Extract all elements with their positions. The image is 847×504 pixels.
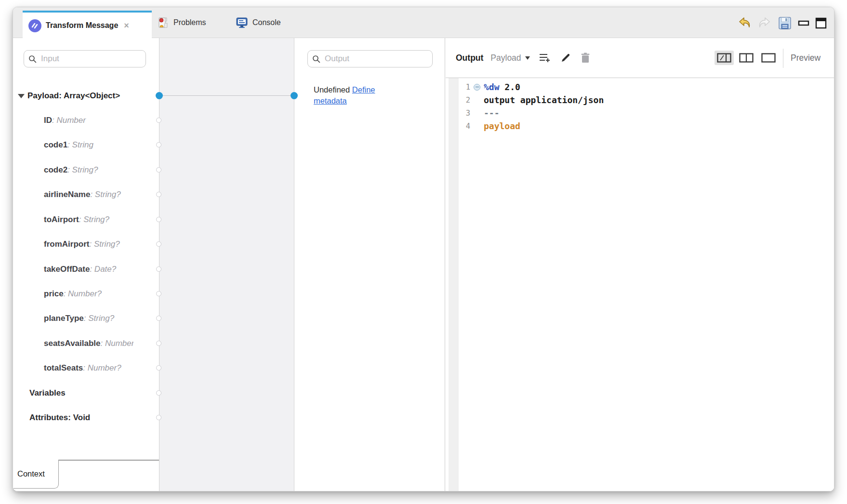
tree-item-ID[interactable]: ID : Number	[44, 115, 86, 126]
tree-item-variables[interactable]: Variables	[29, 387, 66, 399]
field-port[interactable]	[156, 415, 161, 420]
tree-item-attributes[interactable]: Attributes : Void	[29, 412, 90, 424]
input-search-box[interactable]	[24, 50, 146, 67]
problems-icon	[158, 17, 169, 28]
tab-problems[interactable]: Problems	[158, 7, 206, 38]
tree-item-name: Payload	[27, 91, 59, 101]
output-search-input[interactable]	[324, 53, 428, 64]
context-tab[interactable]: Context	[13, 460, 59, 489]
tree-item-fromAirport[interactable]: fromAirport : String?	[44, 239, 120, 250]
code-line-4[interactable]: 4payload	[446, 119, 834, 133]
field-port[interactable]	[156, 316, 161, 321]
tab-transform-label: Transform Message	[46, 21, 118, 30]
tree-item-toAirport[interactable]: toAirport : String?	[44, 214, 109, 225]
output-search-box[interactable]	[307, 50, 433, 67]
editor-tab-strip: Transform Message × Problems Cons	[13, 7, 834, 38]
maximize-icon[interactable]	[815, 15, 827, 31]
console-icon	[236, 17, 248, 28]
field-port[interactable]	[156, 341, 161, 346]
field-port[interactable]	[156, 241, 161, 247]
tree-item-seatsAvailable[interactable]: seatsAvailable : Number?	[44, 338, 133, 349]
search-icon	[28, 55, 37, 63]
input-search-input[interactable]	[40, 53, 142, 64]
field-port[interactable]	[156, 291, 161, 296]
tree-item-totalSeats[interactable]: totalSeats : Number?	[44, 362, 121, 374]
field-port[interactable]	[156, 192, 161, 197]
code-line-1[interactable]: 1%dw 2.0	[446, 80, 834, 93]
field-port[interactable]	[156, 217, 161, 222]
tree-item-price[interactable]: price : Number?	[44, 288, 102, 300]
output-tree-panel: Undefined Define metadata	[294, 38, 445, 491]
layout-columns-view-button[interactable]	[737, 51, 756, 65]
tree-item-airlineName[interactable]: airlineName : String?	[44, 189, 121, 200]
edit-pencil-icon[interactable]	[560, 52, 571, 64]
dataweave-script-editor[interactable]: 1%dw 2.02output application/json3---4pay…	[446, 78, 834, 491]
layout-split-view-button[interactable]	[715, 51, 734, 65]
editor-target-selector[interactable]: Payload	[490, 53, 521, 63]
redo-icon[interactable]	[757, 15, 772, 31]
code-line-2[interactable]: 2output application/json	[446, 93, 834, 106]
tree-item-takeOffDate[interactable]: takeOffDate : Date?	[44, 264, 116, 275]
chevron-expanded-icon[interactable]	[18, 94, 25, 98]
line-number: 2	[446, 96, 470, 105]
line-number: 3	[446, 109, 470, 118]
editor-output-title: Output	[456, 53, 483, 63]
minimize-icon[interactable]	[797, 15, 810, 31]
tree-item-code1[interactable]: code1 : String	[44, 139, 93, 151]
layout-toggle-group	[715, 51, 778, 65]
add-target-icon[interactable]	[539, 53, 551, 63]
tab-transform-message[interactable]: Transform Message ×	[23, 11, 152, 39]
field-port[interactable]	[156, 167, 161, 172]
tree-item-payload[interactable]: Payload : Array<Object>	[18, 90, 120, 102]
undo-icon[interactable]	[737, 15, 752, 31]
tab-problems-label: Problems	[173, 18, 206, 27]
line-number: 4	[446, 122, 470, 131]
payload-target-port[interactable]	[291, 92, 298, 99]
tab-console-label: Console	[252, 18, 281, 27]
code-line-3[interactable]: 3---	[446, 106, 834, 119]
tree-item-code2[interactable]: code2 : String?	[44, 164, 98, 176]
payload-connection-line	[159, 95, 294, 96]
field-port[interactable]	[156, 365, 161, 371]
input-ports-line	[159, 38, 159, 491]
transform-editor-body: Payload : Array<Object> ID : Numbercode1…	[13, 38, 834, 491]
context-tab-line	[59, 460, 159, 461]
delete-trash-icon[interactable]	[580, 52, 591, 64]
field-port[interactable]	[156, 390, 161, 396]
line-number: 1	[446, 83, 470, 92]
close-icon[interactable]: ×	[124, 21, 129, 30]
tree-item-planeType[interactable]: planeType : String?	[44, 313, 114, 324]
layout-single-view-button[interactable]	[759, 51, 778, 65]
chevron-down-icon[interactable]	[525, 56, 530, 60]
mapping-canvas	[159, 38, 294, 491]
context-tab-label: Context	[17, 469, 45, 478]
payload-source-port[interactable]	[156, 92, 163, 99]
header-divider	[783, 49, 783, 68]
dataweave-code-panel: Output Payload	[446, 38, 834, 491]
tab-console[interactable]: Console	[236, 7, 281, 38]
field-port[interactable]	[156, 118, 161, 123]
editor-gutter	[449, 78, 459, 491]
output-metadata-status: Undefined Define metadata	[314, 84, 397, 106]
code-header: Output Payload	[446, 38, 834, 78]
transform-message-window: Transform Message × Problems Cons	[13, 7, 834, 491]
dataweave-icon	[28, 19, 41, 32]
input-tree-panel: Payload : Array<Object> ID : Numbercode1…	[13, 38, 159, 491]
save-icon[interactable]	[777, 15, 793, 31]
preview-button[interactable]: Preview	[791, 38, 821, 78]
undefined-label: Undefined	[314, 85, 350, 94]
field-port[interactable]	[156, 266, 161, 272]
fold-collapse-icon[interactable]	[474, 84, 480, 91]
window-toolbar	[737, 14, 827, 32]
field-port[interactable]	[156, 142, 161, 147]
search-icon	[312, 55, 320, 63]
